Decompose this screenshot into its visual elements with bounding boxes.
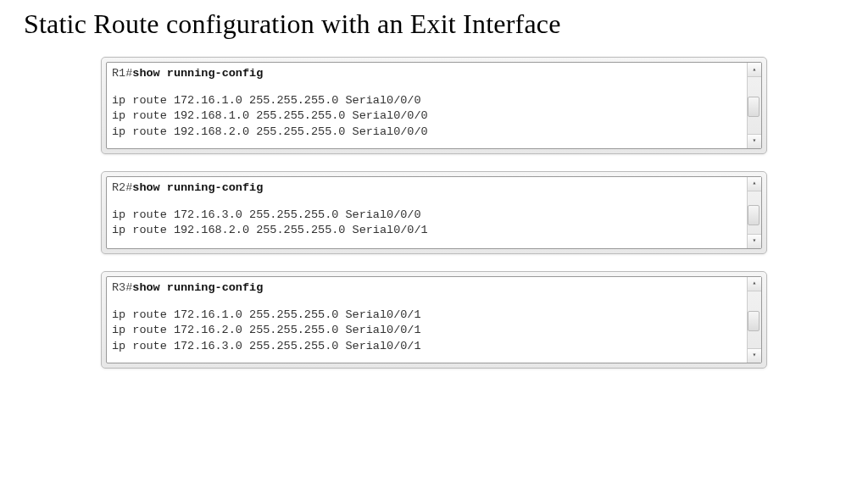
console-output: R2#show running-config ip route 172.16.3… bbox=[106, 176, 762, 249]
console-panel-r3: R3#show running-config ip route 172.16.1… bbox=[101, 271, 767, 369]
scroll-down-icon[interactable]: ▾ bbox=[748, 134, 761, 148]
scroll-up-icon[interactable]: ▴ bbox=[748, 63, 761, 77]
command-text: show running-config bbox=[132, 67, 263, 80]
route-line: ip route 172.16.1.0 255.255.255.0 Serial… bbox=[112, 308, 421, 321]
route-line: ip route 192.168.2.0 255.255.255.0 Seria… bbox=[112, 224, 428, 236]
scroll-thumb[interactable] bbox=[748, 97, 760, 117]
route-line: ip route 172.16.3.0 255.255.255.0 Serial… bbox=[112, 208, 421, 221]
route-lines: ip route 172.16.1.0 255.255.255.0 Serial… bbox=[112, 93, 744, 140]
console-panel-r1: R1#show running-config ip route 172.16.1… bbox=[101, 57, 767, 154]
route-lines: ip route 172.16.3.0 255.255.255.0 Serial… bbox=[112, 208, 744, 238]
scroll-up-icon[interactable]: ▴ bbox=[748, 177, 761, 191]
scroll-thumb[interactable] bbox=[748, 205, 760, 225]
scrollbar[interactable]: ▴▾ bbox=[747, 177, 761, 248]
route-line: ip route 192.168.1.0 255.255.255.0 Seria… bbox=[112, 109, 428, 122]
prompt-prefix: R2# bbox=[112, 181, 132, 194]
console-output: R3#show running-config ip route 172.16.1… bbox=[106, 276, 762, 363]
prompt-prefix: R3# bbox=[112, 281, 132, 294]
prompt-prefix: R1# bbox=[112, 67, 132, 80]
route-lines: ip route 172.16.1.0 255.255.255.0 Serial… bbox=[112, 308, 744, 354]
scrollbar[interactable]: ▴▾ bbox=[747, 277, 761, 363]
scroll-down-icon[interactable]: ▾ bbox=[748, 348, 761, 363]
page-title: Static Route configuration with an Exit … bbox=[24, 8, 868, 40]
route-line: ip route 192.168.2.0 255.255.255.0 Seria… bbox=[112, 125, 428, 138]
scroll-up-icon[interactable]: ▴ bbox=[748, 277, 761, 291]
command-text: show running-config bbox=[132, 181, 263, 194]
console-panel-r2: R2#show running-config ip route 172.16.3… bbox=[101, 171, 767, 254]
scroll-down-icon[interactable]: ▾ bbox=[748, 234, 761, 248]
route-line: ip route 172.16.3.0 255.255.255.0 Serial… bbox=[112, 340, 421, 352]
route-line: ip route 172.16.1.0 255.255.255.0 Serial… bbox=[112, 94, 421, 107]
command-text: show running-config bbox=[132, 281, 263, 294]
route-line: ip route 172.16.2.0 255.255.255.0 Serial… bbox=[112, 324, 421, 336]
scroll-thumb[interactable] bbox=[748, 311, 760, 331]
console-output: R1#show running-config ip route 172.16.1… bbox=[106, 62, 762, 149]
scrollbar[interactable]: ▴▾ bbox=[747, 63, 761, 148]
